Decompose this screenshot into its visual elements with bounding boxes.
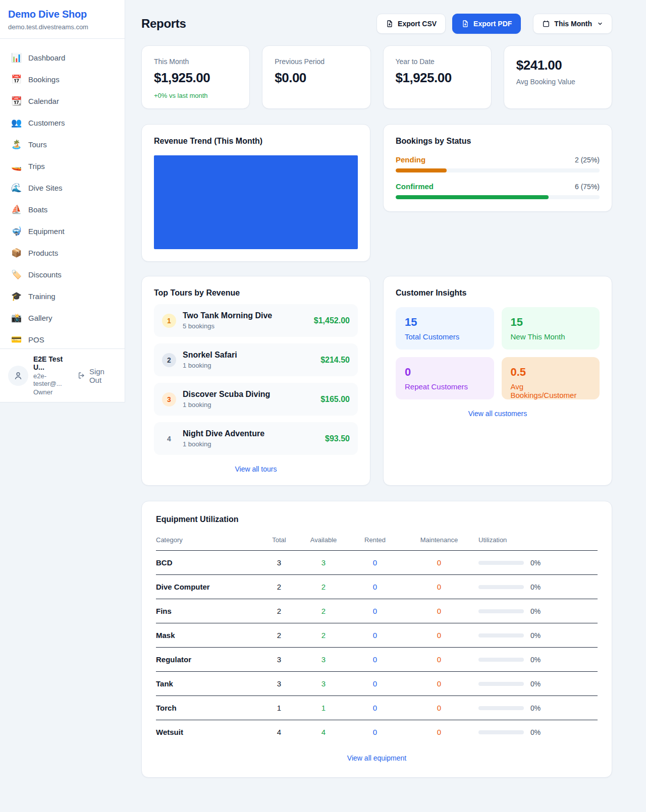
sidebar-item-boats[interactable]: ⛵ Boats [4,199,121,220]
table-row: Fins 2 2 0 0 0% [156,599,598,623]
sidebar-item-products[interactable]: 📦 Products [4,242,121,263]
sidebar-item-dashboard[interactable]: 📊 Dashboard [4,47,121,68]
user-name: E2E Test U... [33,355,73,371]
cell-rented: 0 [350,696,400,720]
tour-revenue: $214.50 [320,356,350,365]
equipment-utilization-title: Equipment Utilization [156,515,598,524]
export-pdf-button[interactable]: Export PDF [452,14,521,34]
training-icon: 🎓 [11,292,21,301]
status-progress-fill [396,195,549,199]
cell-category: Torch [156,696,261,720]
cell-category: Fins [156,599,261,623]
sidebar-item-gallery[interactable]: 📸 Gallery [4,307,121,328]
bookings-by-status-card: Bookings by Status Pending 2 (25%) Confi… [383,124,612,212]
sidebar-item-pos[interactable]: 💳 POS [4,329,121,349]
revenue-trend-title: Revenue Trend (This Month) [154,137,358,146]
sidebar-user-section: E2E Test U... e2e-tester@... Owner Sign … [0,349,125,402]
revenue-trend-chart [154,155,358,249]
utilization-bar [478,682,524,686]
products-icon: 📦 [11,249,21,257]
tour-bookings: 1 booking [183,401,270,409]
utilization-bar [478,585,524,589]
period-label: This Month [554,20,592,28]
stat-card-year-to-date: Year to Date $1,925.00 [383,45,492,109]
tile-value: 0.5 [511,366,591,379]
stat-value: $1,925.00 [154,70,237,86]
status-count: 6 (75%) [575,183,600,191]
stat-label: Avg Booking Value [516,78,600,86]
column-header-total: Total [261,531,297,551]
sidebar-item-label: Customers [28,119,65,127]
sidebar-item-customers[interactable]: 👥 Customers [4,112,121,133]
tile-repeat-customers: 0 Repeat Customers [396,357,494,399]
rank-badge: 1 [162,314,176,328]
header-actions: Export CSV Export PDF This Month [376,14,612,34]
bookings-icon: 📅 [11,75,21,84]
export-csv-button[interactable]: Export CSV [376,14,446,34]
export-csv-label: Export CSV [398,20,437,28]
rank-badge: 2 [162,353,176,367]
export-pdf-label: Export PDF [473,20,512,28]
sidebar-item-label: Calendar [28,97,59,105]
table-header-row: Category Total Available Rented Maintena… [156,531,598,551]
sidebar-item-trips[interactable]: 🚤 Trips [4,155,121,177]
sidebar-item-dive-sites[interactable]: 🌊 Dive Sites [4,177,121,198]
user-icon [13,371,23,381]
utilization-bar [478,730,524,734]
tour-name: Two Tank Morning Dive [183,311,272,320]
tour-bookings: 1 booking [183,440,264,448]
avatar [8,366,28,386]
stat-card-previous-period: Previous Period $0.00 [262,45,370,109]
customer-insights-card: Customer Insights 15 Total Customers 15 … [383,276,612,486]
shop-domain: demo.test.divestreams.com [8,23,117,31]
rank-badge: 3 [162,392,176,407]
tour-name: Night Dive Adventure [183,429,264,438]
utilization-percent: 0% [530,728,541,736]
cell-available: 3 [297,551,350,575]
view-all-equipment-link[interactable]: View all equipment [156,754,598,762]
utilization-percent: 0% [530,680,541,688]
utilization-percent: 0% [530,583,541,591]
gallery-icon: 📸 [11,314,21,322]
status-progress-track [396,168,600,172]
sign-out-button[interactable]: Sign Out [78,367,117,384]
cell-category: Regulator [156,648,261,672]
status-label: Pending [396,155,425,164]
cell-total: 2 [261,623,297,648]
sidebar-item-tours[interactable]: 🏝️ Tours [4,134,121,155]
sidebar-header: Demo Dive Shop demo.test.divestreams.com [0,0,125,39]
tour-revenue: $1,452.00 [314,316,350,325]
utilization-percent: 0% [530,704,541,712]
status-count: 2 (25%) [575,156,600,164]
cell-maintenance: 0 [400,648,478,672]
sidebar-item-calendar[interactable]: 📆 Calendar [4,90,121,111]
tour-revenue: $165.00 [320,395,350,404]
column-header-category: Category [156,531,261,551]
sidebar-item-training[interactable]: 🎓 Training [4,285,121,307]
status-progress-track [396,195,600,199]
sidebar-item-discounts[interactable]: 🏷️ Discounts [4,264,121,285]
view-all-tours-link[interactable]: View all tours [154,465,358,473]
calendar-icon: 📆 [11,97,21,105]
user-info: E2E Test U... e2e-tester@... Owner [33,355,73,396]
cell-rented: 0 [350,672,400,696]
sidebar-item-label: POS [28,335,44,344]
revenue-trend-card: Revenue Trend (This Month) [141,124,370,262]
status-row-confirmed: Confirmed 6 (75%) [396,182,600,199]
page-title: Reports [141,17,186,31]
view-all-customers-link[interactable]: View all customers [396,410,600,418]
top-tours-card: Top Tours by Revenue 1 Two Tank Morning … [141,276,370,486]
top-tours-title: Top Tours by Revenue [154,288,358,298]
tile-value: 15 [405,316,485,329]
trips-icon: 🚤 [11,162,21,170]
cell-rented: 0 [350,720,400,744]
sidebar-item-bookings[interactable]: 📅 Bookings [4,69,121,90]
tile-label: Repeat Customers [405,382,485,391]
user-role: Owner [33,388,73,396]
sidebar-item-equipment[interactable]: 🤿 Equipment [4,220,121,242]
cell-maintenance: 0 [400,551,478,575]
customer-insights-title: Customer Insights [396,288,600,298]
tile-value: 15 [511,316,591,329]
period-dropdown[interactable]: This Month [533,14,612,34]
sidebar-nav: 📊 Dashboard 📅 Bookings 📆 Calendar 👥 Cust… [0,39,125,349]
